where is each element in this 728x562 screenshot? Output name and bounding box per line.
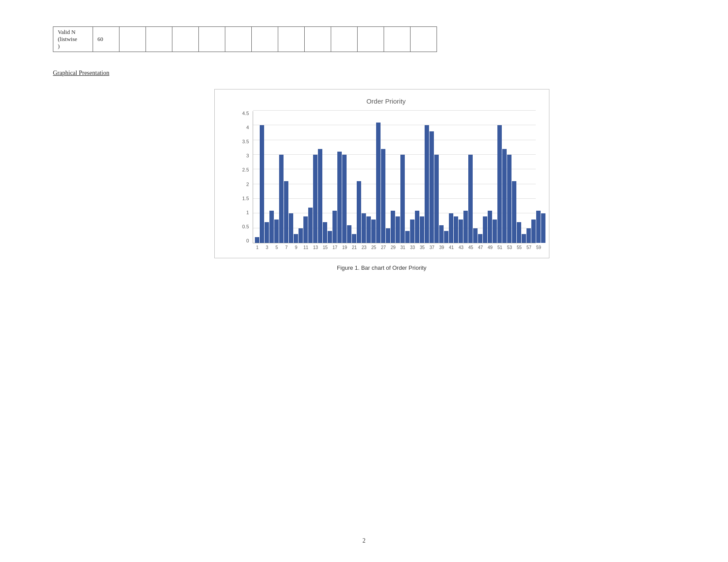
bar [376,123,381,243]
chart-wrapper: Order Priority 00.511.522.533.544.5 1357… [88,89,675,271]
bar [318,149,322,243]
x-axis-label: 33 [408,245,418,250]
bar [269,211,274,243]
x-axis: 1357911131517192123252729313335373941434… [253,245,536,250]
y-axis-label: 1.5 [237,196,249,201]
x-axis-label: 35 [418,245,427,250]
bar [517,222,521,243]
table-value-cell [146,27,172,52]
bar [536,211,541,243]
bar [308,208,313,243]
table-value-cell [278,27,305,52]
bar [371,220,376,243]
bar [396,216,400,243]
y-axis-label: 2.5 [237,167,249,172]
grid-line [253,110,536,111]
x-axis-label: 11 [301,245,311,250]
x-axis-label: 23 [359,245,369,250]
table-value-cell: 60 [93,27,119,52]
x-axis-label: 55 [515,245,524,250]
x-axis-label: 37 [427,245,437,250]
x-axis-label: 25 [369,245,379,250]
bar [473,228,478,243]
bar [502,149,507,243]
table-label-cell: Valid N (listwise ) [53,27,93,52]
stats-table: Valid N (listwise )60 [53,26,437,52]
bars-container [253,111,536,243]
table-value-cell [411,27,437,52]
y-axis-label: 2 [237,182,249,187]
x-axis-label: 3 [262,245,272,250]
x-axis-label: 1 [253,245,262,250]
x-axis-label: 47 [476,245,485,250]
bar [299,228,303,243]
chart-area: 00.511.522.533.544.5 [237,111,536,243]
y-axis-label: 0 [237,238,249,243]
bar [507,155,511,243]
table-value-cell [305,27,331,52]
bar [468,155,473,243]
bar [289,213,293,243]
x-axis-label: 39 [437,245,447,250]
bar [497,125,502,243]
bar [332,211,337,243]
bar [362,213,366,243]
bar [512,181,516,243]
bar [352,234,356,243]
table-value-cell [331,27,358,52]
bar [313,155,317,243]
x-axis-label: 43 [456,245,466,250]
y-axis-label: 1 [237,210,249,215]
bar [526,228,531,243]
page-number: 2 [362,537,366,544]
bar [260,125,264,243]
bar [342,155,347,243]
bar [328,231,332,243]
y-axis-label: 4 [237,125,249,130]
x-axis-label: 9 [291,245,301,250]
bar [405,231,410,243]
page: Valid N (listwise )60 Graphical Presenta… [0,0,728,562]
bar [386,228,390,243]
bar [284,181,288,243]
bar [449,213,453,243]
bar [454,216,458,243]
table-value-cell [358,27,384,52]
x-axis-label: 27 [379,245,388,250]
x-axis-label: 29 [388,245,398,250]
table-value-cell [252,27,278,52]
bar [483,216,487,243]
x-axis-label: 5 [272,245,282,250]
x-axis-label: 31 [398,245,408,250]
x-axis-label: 7 [282,245,291,250]
x-axis-label: 51 [495,245,505,250]
bar [294,234,298,243]
bar [381,149,385,243]
bar [439,225,444,243]
x-axis-label: 21 [350,245,359,250]
bar [541,213,545,243]
bar [463,211,468,243]
x-axis-label: 19 [340,245,350,250]
bar [493,220,497,243]
bar [279,155,284,243]
bar [420,216,424,243]
y-axis-label: 3.5 [237,139,249,144]
bar [415,211,419,243]
bar [400,155,405,243]
bar [366,216,371,243]
bar [337,152,342,243]
bar [444,231,448,243]
bar [478,234,482,243]
x-axis-label: 13 [311,245,321,250]
bar [323,222,327,243]
table-value-cell [384,27,411,52]
bar [265,222,269,243]
x-axis-label: 15 [321,245,330,250]
x-axis-label: 41 [447,245,456,250]
table-value-cell [225,27,252,52]
y-axis-label: 3 [237,153,249,158]
bar [531,220,536,243]
bar [459,220,463,243]
bar [391,211,395,243]
